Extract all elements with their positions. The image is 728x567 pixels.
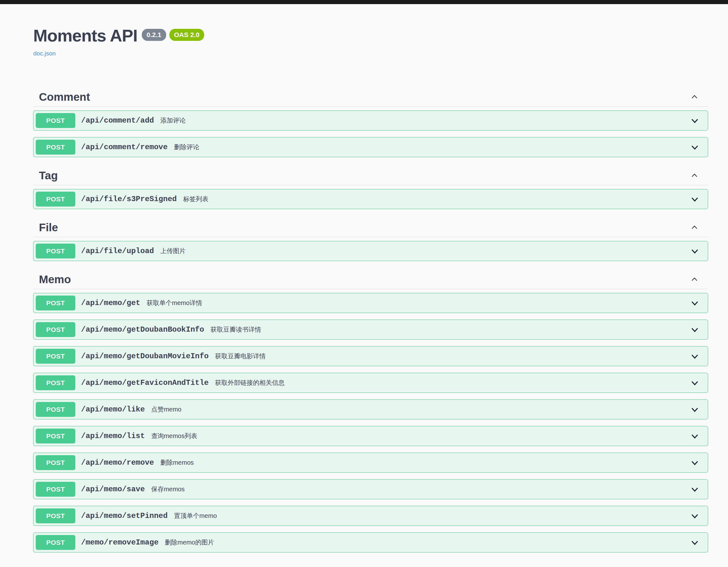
endpoint-description: 删除评论 <box>174 143 199 151</box>
endpoint-description: 添加评论 <box>160 116 185 125</box>
chevron-down-icon[interactable] <box>690 432 700 441</box>
endpoint-row[interactable]: POST /api/memo/save 保存memos <box>33 479 708 499</box>
method-badge: POST <box>36 535 75 550</box>
chevron-down-icon[interactable] <box>690 405 700 414</box>
endpoint-description: 查询memos列表 <box>151 432 198 440</box>
endpoint-description: 删除memo的图片 <box>165 538 214 547</box>
endpoint-row[interactable]: POST /memo/removeImage 删除memo的图片 <box>33 532 708 552</box>
endpoint-description: 获取豆瓣电影详情 <box>215 352 266 361</box>
chevron-down-icon[interactable] <box>690 116 700 125</box>
method-badge: POST <box>36 455 75 470</box>
api-section-file: File POST /api/file/upload 上传图片 <box>33 217 708 261</box>
chevron-down-icon[interactable] <box>690 511 700 521</box>
endpoint-description: 获取单个memo详情 <box>147 299 202 307</box>
chevron-down-icon[interactable] <box>690 246 700 256</box>
method-badge: POST <box>36 349 75 364</box>
endpoint-description: 删除memos <box>160 458 194 467</box>
sections: Comment POST /api/comment/add 添加评论 POST … <box>33 87 708 552</box>
method-badge: POST <box>36 140 75 154</box>
section-header[interactable]: Memo <box>33 269 708 289</box>
spec-link[interactable]: doc.json <box>33 50 56 57</box>
method-badge: POST <box>36 192 75 206</box>
method-badge: POST <box>36 402 75 417</box>
endpoint-path: /api/comment/remove <box>81 143 168 151</box>
endpoint-row[interactable]: POST /api/memo/getDoubanMovieInfo 获取豆瓣电影… <box>33 346 708 366</box>
endpoint-row[interactable]: POST /api/memo/get 获取单个memo详情 <box>33 293 708 313</box>
section-title: File <box>39 221 58 234</box>
endpoint-list: POST /api/file/s3PreSigned 标签列表 <box>33 185 708 209</box>
endpoint-path: /api/memo/save <box>81 485 145 494</box>
topbar <box>0 0 728 4</box>
endpoint-row[interactable]: POST /api/file/upload 上传图片 <box>33 241 708 261</box>
chevron-up-icon[interactable] <box>690 223 699 231</box>
endpoint-description: 上传图片 <box>160 247 185 255</box>
chevron-down-icon[interactable] <box>690 352 700 361</box>
endpoint-row[interactable]: POST /api/memo/list 查询memos列表 <box>33 426 708 446</box>
endpoint-path: /api/file/s3PreSigned <box>81 195 177 203</box>
section-title: Memo <box>39 273 71 286</box>
method-badge: POST <box>36 375 75 390</box>
chevron-up-icon[interactable] <box>690 275 699 284</box>
chevron-down-icon[interactable] <box>690 538 700 547</box>
endpoint-list: POST /api/memo/get 获取单个memo详情 POST /api/… <box>33 289 708 552</box>
api-section-comment: Comment POST /api/comment/add 添加评论 POST … <box>33 87 708 157</box>
endpoint-row[interactable]: POST /api/memo/getFaviconAndTitle 获取外部链接… <box>33 373 708 393</box>
endpoint-path: /api/memo/getDoubanBookInfo <box>81 325 204 334</box>
endpoint-path: /api/file/upload <box>81 247 154 255</box>
api-section-memo: Memo POST /api/memo/get 获取单个memo详情 POST … <box>33 269 708 552</box>
endpoint-description: 标签列表 <box>183 195 208 203</box>
endpoint-path: /api/memo/getDoubanMovieInfo <box>81 352 209 361</box>
endpoint-path: /api/memo/getFaviconAndTitle <box>81 379 209 387</box>
endpoint-row[interactable]: POST /api/memo/setPinned 置顶单个memo <box>33 506 708 526</box>
method-badge: POST <box>36 113 75 128</box>
method-badge: POST <box>36 429 75 444</box>
api-info: Moments API 0.2.1 OAS 2.0 doc.json <box>33 4 708 57</box>
page-title: Moments API <box>33 26 137 45</box>
version-badge: 0.2.1 <box>142 29 166 41</box>
method-badge: POST <box>36 322 75 337</box>
endpoint-description: 获取豆瓣读书详情 <box>210 325 261 334</box>
chevron-down-icon[interactable] <box>690 325 700 335</box>
chevron-up-icon[interactable] <box>690 93 699 101</box>
method-badge: POST <box>36 508 75 523</box>
endpoint-path: /api/memo/list <box>81 432 145 440</box>
chevron-down-icon[interactable] <box>690 194 700 204</box>
chevron-down-icon[interactable] <box>690 485 700 494</box>
oas-badge: OAS 2.0 <box>169 29 204 41</box>
endpoint-path: /api/memo/like <box>81 405 145 414</box>
section-title: Comment <box>39 91 90 103</box>
endpoint-row[interactable]: POST /api/memo/like 点赞memo <box>33 400 708 419</box>
endpoint-path: /api/memo/setPinned <box>81 512 168 520</box>
endpoint-row[interactable]: POST /api/comment/remove 删除评论 <box>33 137 708 157</box>
section-title: Tag <box>39 169 58 182</box>
section-header[interactable]: File <box>33 217 708 237</box>
endpoint-row[interactable]: POST /api/file/s3PreSigned 标签列表 <box>33 189 708 209</box>
method-badge: POST <box>36 243 75 258</box>
section-header[interactable]: Tag <box>33 165 708 185</box>
endpoint-path: /api/memo/get <box>81 299 140 307</box>
endpoint-path: /memo/removeImage <box>81 538 159 547</box>
endpoint-row[interactable]: POST /api/memo/remove 删除memos <box>33 453 708 473</box>
endpoint-row[interactable]: POST /api/comment/add 添加评论 <box>33 110 708 130</box>
method-badge: POST <box>36 296 75 311</box>
endpoint-path: /api/memo/remove <box>81 458 154 467</box>
endpoint-path: /api/comment/add <box>81 116 154 125</box>
section-header[interactable]: Comment <box>33 87 708 107</box>
chevron-up-icon[interactable] <box>690 171 699 179</box>
badge-group: 0.2.1 OAS 2.0 <box>142 29 204 41</box>
method-badge: POST <box>36 482 75 497</box>
main-content: Moments API 0.2.1 OAS 2.0 doc.json Comme… <box>33 4 708 552</box>
chevron-down-icon[interactable] <box>690 378 700 388</box>
endpoint-row[interactable]: POST /api/memo/getDoubanBookInfo 获取豆瓣读书详… <box>33 320 708 340</box>
chevron-down-icon[interactable] <box>690 458 700 468</box>
endpoint-list: POST /api/file/upload 上传图片 <box>33 237 708 261</box>
api-section-tag: Tag POST /api/file/s3PreSigned 标签列表 <box>33 165 708 209</box>
chevron-down-icon[interactable] <box>690 142 700 152</box>
endpoint-description: 点赞memo <box>151 405 182 414</box>
endpoint-description: 获取外部链接的相关信息 <box>215 379 285 387</box>
endpoint-description: 保存memos <box>151 485 185 494</box>
endpoint-description: 置顶单个memo <box>174 512 217 520</box>
endpoint-list: POST /api/comment/add 添加评论 POST /api/com… <box>33 107 708 157</box>
title-row: Moments API 0.2.1 OAS 2.0 <box>33 26 708 45</box>
chevron-down-icon[interactable] <box>690 299 700 308</box>
